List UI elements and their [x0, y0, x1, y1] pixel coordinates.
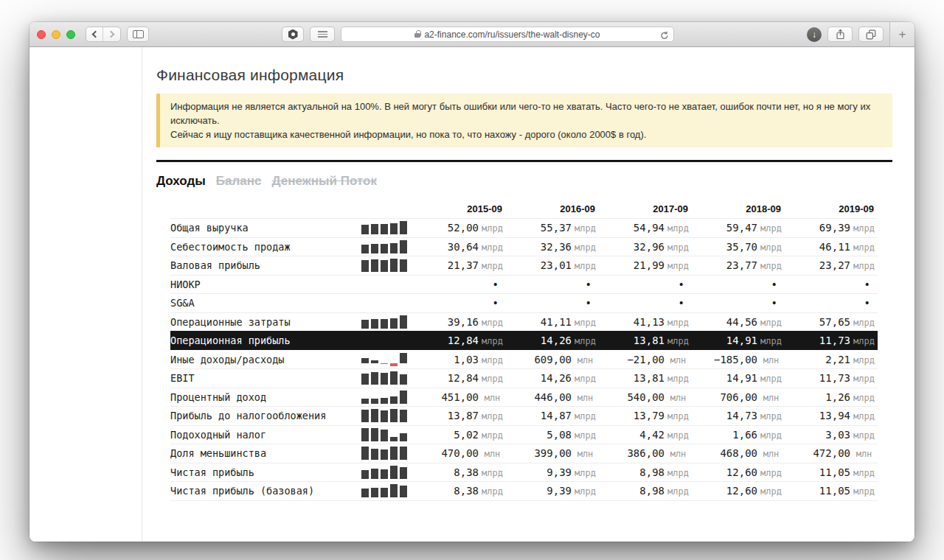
table-row[interactable]: Операционные затраты39,16млрд41,11млрд41…: [170, 312, 878, 332]
empty-value-dot: •: [692, 279, 785, 290]
value-unit: млрд: [572, 468, 599, 478]
reload-button[interactable]: [660, 29, 669, 43]
value-number: 21,37: [448, 259, 479, 271]
value-cell: 14,26млрд: [506, 372, 599, 384]
table-row[interactable]: Процентный доход451,00млн446,00млн540,00…: [170, 388, 878, 407]
column-header: 2018-09: [692, 203, 785, 214]
value-cell: 468,00млн: [692, 447, 785, 459]
value-unit: млрд: [757, 223, 785, 234]
value-number: 468,00: [720, 447, 757, 459]
table-row[interactable]: SG&A•••••: [170, 293, 878, 312]
row-label: Иные доходы/расходы: [170, 354, 361, 365]
table-row[interactable]: Валовая прибыль21,37млрд23,01млрд21,99мл…: [170, 256, 878, 275]
value-unit: млрд: [479, 223, 506, 234]
extension-lines-icon: [318, 31, 327, 38]
value-cell: 3,03млрд: [785, 429, 878, 441]
value-unit: млрд: [757, 261, 785, 271]
table-row[interactable]: Чистая прибыль (базовая)8,38млрд9,39млрд…: [170, 481, 878, 500]
value-cell: •: [785, 279, 878, 290]
table-row[interactable]: Общая выручка52,00млрд55,37млрд54,94млрд…: [170, 218, 878, 237]
table-row[interactable]: Прибыль до налогообложения13,87млрд14,87…: [170, 406, 878, 425]
value-number: 11,05: [819, 485, 850, 497]
value-number: 57,65: [819, 316, 850, 328]
value-number: 23,27: [819, 259, 850, 271]
value-number: 9,39: [546, 485, 572, 497]
column-header: 2019-09: [785, 203, 878, 214]
table-row[interactable]: Доля меньшинства470,00млн399,00млн386,00…: [170, 444, 878, 463]
value-cell: 11,05млрд: [785, 485, 878, 497]
row-label: Себестоимость продаж: [170, 241, 361, 253]
value-number: 11,73: [819, 335, 850, 346]
value-unit: млрд: [850, 393, 878, 403]
table-row[interactable]: Чистая прибыль8,38млрд9,39млрд8,98млрд12…: [170, 463, 878, 482]
table-row[interactable]: НИОКР•••••: [170, 275, 878, 294]
spark-bar: [371, 488, 378, 497]
tab-cashflow[interactable]: Денежный Поток: [271, 174, 376, 189]
warning-banner: Информация не является актуальной на 100…: [156, 94, 892, 147]
value-number: 2,21: [825, 354, 850, 365]
value-number: 23,77: [726, 259, 757, 271]
value-number: 44,56: [726, 316, 757, 328]
desktop-background: a2-finance.com/ru/issuers/the-walt-disne…: [0, 0, 944, 560]
value-number: 41,11: [541, 316, 572, 328]
value-number: 21,99: [634, 259, 664, 271]
spark-bar: [361, 489, 369, 497]
zoom-button[interactable]: [66, 30, 75, 39]
spark-bar: [381, 410, 388, 423]
value-cell: •: [599, 297, 692, 309]
value-cell: 12,60млрд: [692, 485, 785, 497]
value-cell: 11,73млрд: [785, 335, 878, 346]
value-number: 35,70: [726, 241, 757, 253]
extension-button-1[interactable]: [282, 27, 304, 42]
value-number: 14,91: [726, 372, 757, 384]
spark-bar: [381, 398, 388, 404]
value-cell: •: [413, 279, 506, 290]
sparkline-chart: [361, 466, 407, 479]
value-unit: млрд: [850, 318, 878, 328]
back-button[interactable]: [86, 27, 103, 41]
value-number: 14,26: [541, 372, 572, 384]
value-cell: 14,73млрд: [692, 410, 785, 421]
browser-toolbar: a2-finance.com/ru/issuers/the-walt-disne…: [30, 22, 914, 47]
tab-income[interactable]: Доходы: [156, 174, 206, 189]
share-button[interactable]: [827, 27, 853, 42]
sparkline-chart: [361, 259, 407, 272]
value-cell: 9,39млрд: [506, 466, 599, 478]
sidebar-button[interactable]: [127, 27, 149, 42]
minimize-button[interactable]: [52, 30, 60, 39]
value-cell: 13,94млрд: [785, 410, 878, 421]
extension-button-2[interactable]: [310, 27, 335, 42]
traffic-lights: [37, 30, 75, 39]
sparkline-chart: [361, 278, 407, 291]
spark-bar: [390, 484, 398, 497]
value-cell: 30,64млрд: [413, 241, 506, 253]
spark-bar: [400, 374, 407, 385]
table-row[interactable]: Иные доходы/расходы1,03млрд609,00млн−21,…: [170, 350, 878, 369]
value-number: 472,00: [813, 447, 850, 459]
close-button[interactable]: [37, 30, 46, 39]
value-number: 13,81: [634, 372, 664, 384]
spark-bar: [400, 353, 407, 363]
page-content: Финансовая информация Информация не явля…: [30, 47, 914, 542]
value-number: 470,00: [441, 447, 479, 459]
value-number: 399,00: [534, 447, 572, 459]
page-main: Финансовая информация Информация не явля…: [142, 47, 914, 542]
table-row[interactable]: EBIT12,84млрд14,26млрд13,81млрд14,91млрд…: [170, 368, 878, 388]
value-cell: 14,26млрд: [506, 335, 599, 346]
table-row[interactable]: Подоходный налог5,02млрд5,08млрд4,42млрд…: [170, 425, 878, 444]
empty-value-dot: •: [413, 297, 506, 309]
table-row[interactable]: Операционная прибыль12,84млрд14,26млрд13…: [170, 331, 878, 350]
spark-bar: [390, 437, 398, 441]
value-unit: млрд: [572, 430, 599, 441]
spark-bar: [400, 240, 407, 253]
tab-balance[interactable]: Баланс: [216, 174, 262, 189]
downloads-button[interactable]: ↓: [807, 27, 822, 42]
new-tab-button[interactable]: +: [889, 22, 914, 46]
table-row[interactable]: Себестоимость продаж30,64млрд32,36млрд32…: [170, 237, 878, 256]
forward-button[interactable]: [103, 27, 120, 41]
address-bar[interactable]: a2-finance.com/ru/issuers/the-walt-disne…: [341, 27, 674, 42]
value-unit: млн: [479, 449, 506, 459]
tab-overview-button[interactable]: [858, 27, 884, 42]
spark-bar: [381, 224, 388, 234]
value-cell: 23,77млрд: [692, 259, 785, 271]
